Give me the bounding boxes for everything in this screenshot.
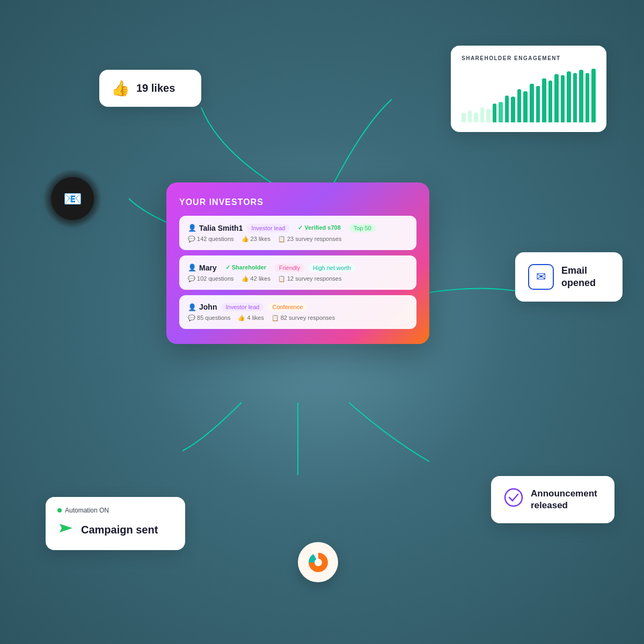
investor-name-row-john: 👤 John Investor lead Conference xyxy=(188,303,408,311)
email-opened-text: Email opened xyxy=(561,265,596,290)
bar xyxy=(511,97,515,122)
svg-marker-2 xyxy=(60,524,72,532)
pie-circle-icon xyxy=(298,542,338,582)
bar xyxy=(480,107,485,122)
person-icon: 👤 xyxy=(188,224,196,232)
chart-bars xyxy=(462,69,596,122)
stat-surveys: 📋 12 survey responses xyxy=(278,275,342,282)
bar xyxy=(474,113,478,122)
stat-surveys: 📋 82 survey responses xyxy=(272,314,335,321)
stat-likes: 👍 42 likes xyxy=(241,275,270,282)
bar xyxy=(462,113,466,122)
tag-friendly: Friendly xyxy=(275,264,304,272)
person-icon: 👤 xyxy=(188,264,196,272)
thumbs-up-icon: 👍 xyxy=(111,79,130,97)
investors-card-title: YOUR INVESTORS xyxy=(179,197,416,207)
bar xyxy=(586,73,590,122)
tag-conference: Conference xyxy=(268,303,307,311)
person-icon: 👤 xyxy=(188,303,196,311)
email-opened-icon: ✉ xyxy=(536,270,546,284)
check-circle-icon xyxy=(504,488,523,511)
tag-top50: Top 50 xyxy=(349,224,376,232)
bar xyxy=(579,70,583,122)
bar xyxy=(567,71,571,122)
tag-verified: ✓ Verified s708 xyxy=(294,223,345,232)
stat-likes: 👍 4 likes xyxy=(238,314,264,321)
bar xyxy=(554,74,559,122)
campaign-card: Automation ON Campaign sent xyxy=(46,497,185,550)
investor-stats-john: 💬 85 questions 👍 4 likes 📋 82 survey res… xyxy=(188,314,408,321)
tag-investor-lead: Investor lead xyxy=(247,224,289,232)
bar xyxy=(591,69,596,122)
svg-point-1 xyxy=(314,559,322,566)
tag-high-net-worth: High net worth xyxy=(309,264,355,272)
bar xyxy=(548,80,553,122)
campaign-row: Campaign sent xyxy=(57,519,173,540)
stat-questions: 💬 142 questions xyxy=(188,236,234,243)
mail-circle-icon: 📧 xyxy=(51,177,94,220)
investor-name-row-mary: 👤 Mary ✓ Shareholder Friendly High net w… xyxy=(188,263,408,272)
stat-surveys: 📋 23 survey responses xyxy=(278,236,342,243)
bar xyxy=(561,75,565,122)
bar xyxy=(536,86,540,122)
announcement-text: Announcement released xyxy=(531,488,597,511)
automation-label: Automation ON xyxy=(65,507,109,514)
bar xyxy=(530,84,534,122)
pie-chart-icon xyxy=(307,551,330,574)
investor-row-talia: 👤 Talia Smith1 Investor lead ✓ Verified … xyxy=(179,216,416,250)
stat-likes: 👍 23 likes xyxy=(241,236,270,243)
announcement-card: Announcement released xyxy=(491,476,614,523)
investor-row-john: 👤 John Investor lead Conference 💬 85 que… xyxy=(179,295,416,329)
email-icon-wrap: ✉ xyxy=(528,264,554,290)
svg-point-3 xyxy=(505,489,522,506)
bar xyxy=(493,104,497,122)
automation-dot xyxy=(57,508,62,513)
investor-name-john: 👤 John xyxy=(188,303,217,311)
campaign-sent-text: Campaign sent xyxy=(81,524,158,536)
tag-shareholder: ✓ Shareholder xyxy=(221,263,270,272)
bar xyxy=(517,89,522,122)
likes-count: 19 likes xyxy=(136,82,175,94)
chart-title: SHAREHOLDER ENGAGEMENT xyxy=(462,55,596,61)
investor-row-mary: 👤 Mary ✓ Shareholder Friendly High net w… xyxy=(179,255,416,290)
investor-name-mary: 👤 Mary xyxy=(188,264,217,272)
bar xyxy=(523,91,528,122)
shareholder-chart-card: SHAREHOLDER ENGAGEMENT xyxy=(451,46,606,132)
bar xyxy=(468,111,472,122)
stat-questions: 💬 85 questions xyxy=(188,314,230,321)
send-icon xyxy=(57,519,75,540)
investor-stats-talia: 💬 142 questions 👍 23 likes 📋 23 survey r… xyxy=(188,236,408,243)
investor-name-row: 👤 Talia Smith1 Investor lead ✓ Verified … xyxy=(188,223,408,232)
bar xyxy=(486,109,491,122)
investors-card: YOUR INVESTORS 👤 Talia Smith1 Investor l… xyxy=(166,182,429,344)
bar xyxy=(505,96,509,122)
likes-card: 👍 19 likes xyxy=(99,70,201,107)
bar xyxy=(542,78,546,122)
email-opened-card: ✉ Email opened xyxy=(515,252,623,302)
tag-investor-lead-john: Investor lead xyxy=(221,303,264,311)
investor-stats-mary: 💬 102 questions 👍 42 likes 📋 12 survey r… xyxy=(188,275,408,282)
automation-badge: Automation ON xyxy=(57,507,173,514)
stat-questions: 💬 102 questions xyxy=(188,275,234,282)
bar xyxy=(573,73,577,122)
bar xyxy=(499,102,503,122)
investor-name-talia: 👤 Talia Smith1 xyxy=(188,224,243,232)
mail-icon: 📧 xyxy=(63,190,82,208)
